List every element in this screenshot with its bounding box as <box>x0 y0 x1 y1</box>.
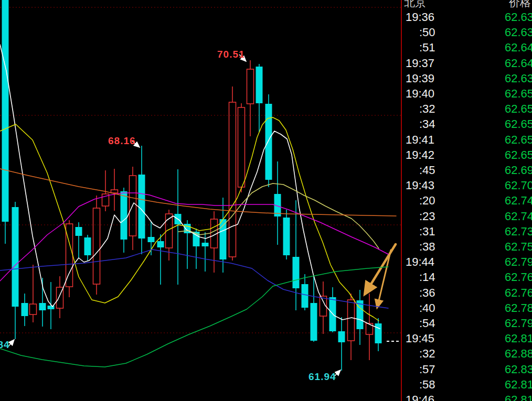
candle-down <box>76 227 82 236</box>
tick-price: 62.83 <box>505 362 532 377</box>
panel-header-price: 价格 <box>509 0 531 10</box>
tick-price: 62.69 <box>505 162 532 178</box>
tick-row[interactable]: :5162.64 <box>402 40 532 55</box>
tick-row[interactable]: :5462.79 <box>402 316 532 331</box>
tick-time: :14 <box>419 269 435 285</box>
tick-time: :32 <box>419 346 435 361</box>
tick-time: :34 <box>419 116 435 132</box>
tick-price: 62.65 <box>505 86 532 101</box>
panel-header-time: 北京 <box>404 0 426 10</box>
tick-time: :51 <box>419 40 435 55</box>
tick-price: 62.79 <box>505 316 532 331</box>
tick-row[interactable]: :5762.83 <box>402 362 532 377</box>
tick-time: 19:41 <box>406 132 434 147</box>
tick-row[interactable]: :3262.88 <box>402 346 532 361</box>
tick-row[interactable]: 19:3762.64 <box>402 56 532 71</box>
chart-canvas[interactable] <box>0 0 401 401</box>
tick-price: 62.65 <box>505 116 532 132</box>
price-annotation-label: 62.84 <box>0 339 10 351</box>
tick-row[interactable]: :1462.76 <box>402 269 532 285</box>
candle-down <box>338 331 345 342</box>
tick-time: :23 <box>419 209 435 224</box>
tick-row[interactable]: :5062.63 <box>402 25 532 40</box>
candle-up <box>93 208 100 284</box>
candle-down <box>157 241 164 247</box>
tick-row[interactable]: :3162.73 <box>402 224 532 239</box>
tick-time: :57 <box>419 362 435 377</box>
tick-row[interactable]: 19:4462.79 <box>402 254 532 269</box>
tick-price: 62.88 <box>505 346 532 361</box>
tick-price: 62.65 <box>505 132 532 147</box>
tick-time: 19:39 <box>406 71 434 86</box>
tick-row[interactable]: :5862.81 <box>402 377 532 392</box>
tick-time: :50 <box>419 25 435 40</box>
candle-down <box>375 323 382 343</box>
candle-down <box>2 0 9 222</box>
candle-down <box>283 218 290 255</box>
tick-price: 62.74 <box>505 209 532 224</box>
candle-down <box>202 243 209 246</box>
tick-row[interactable]: :2062.74 <box>402 193 532 208</box>
candle-down <box>12 207 19 307</box>
tick-row[interactable]: :3662.76 <box>402 285 532 300</box>
drawn-orange-arrow <box>377 250 391 307</box>
tick-row[interactable]: 19:4062.65 <box>402 86 532 101</box>
candle-up <box>348 300 355 341</box>
tick-price: 62.81 <box>505 377 532 392</box>
tick-price: 62.63 <box>505 9 532 25</box>
tick-price: 62.64 <box>505 56 532 71</box>
price-annotation-label: 68.16 <box>108 135 136 147</box>
tick-price: 62.73 <box>505 224 532 239</box>
tick-row[interactable]: 19:4662.81 <box>402 392 532 401</box>
candle-down <box>293 257 300 288</box>
candle-down <box>302 284 308 308</box>
candle-up <box>229 102 236 257</box>
tick-time: :58 <box>419 377 435 392</box>
tick-row[interactable]: 19:4562.81 <box>402 331 532 346</box>
candle-down <box>311 303 317 341</box>
tick-price: 62.76 <box>505 285 532 300</box>
tick-row[interactable]: 19:4362.70 <box>402 178 532 193</box>
tick-price: 62.76 <box>505 269 532 285</box>
candle-down <box>148 237 155 242</box>
tick-time: 19:37 <box>406 56 434 71</box>
tick-price: 62.70 <box>505 178 532 193</box>
tick-price: 62.79 <box>505 254 532 269</box>
candle-up <box>247 69 254 104</box>
tick-row[interactable]: :4062.78 <box>402 300 532 316</box>
candlestick-chart[interactable]: 70.5168.1661.9462.84 <box>0 0 401 401</box>
tick-time: :40 <box>419 300 435 316</box>
candles <box>2 0 382 371</box>
candle-up <box>30 304 37 315</box>
tick-row[interactable]: :4562.69 <box>402 162 532 178</box>
tick-time: 19:40 <box>406 86 434 101</box>
tick-time: :36 <box>419 285 435 300</box>
candle-down <box>22 303 28 316</box>
tick-price: 62.78 <box>505 300 532 316</box>
tick-time: :20 <box>419 193 435 208</box>
tick-price: 62.63 <box>505 71 532 86</box>
tick-price: 62.65 <box>505 101 532 116</box>
tick-time: :45 <box>419 162 435 178</box>
tick-row[interactable]: :2362.74 <box>402 209 532 224</box>
tick-row[interactable]: :3462.65 <box>402 116 532 132</box>
tick-row[interactable]: 19:3662.63 <box>402 9 532 25</box>
trading-terminal-window: 70.5168.1661.9462.84 北京 价格 19:3662.63:50… <box>0 0 532 401</box>
tick-time: 19:45 <box>406 331 434 346</box>
tick-row[interactable]: 19:3962.63 <box>402 71 532 86</box>
tick-row[interactable]: :3862.75 <box>402 239 532 254</box>
time-and-sales-panel: 北京 价格 19:3662.63:5062.63:5162.6419:3762.… <box>402 0 532 401</box>
tick-time: 19:44 <box>406 254 434 269</box>
candle-up <box>111 190 118 193</box>
tick-row[interactable]: 19:4162.65 <box>402 132 532 147</box>
candle-down <box>84 237 91 255</box>
moving-average-lines <box>0 45 396 367</box>
price-annotation-label: 61.94 <box>308 371 336 383</box>
tick-time: :32 <box>419 101 435 116</box>
tick-row[interactable]: 19:4262.65 <box>402 147 532 162</box>
tick-time: :38 <box>419 239 435 254</box>
candle-down <box>357 300 364 329</box>
candle-down <box>256 67 263 103</box>
tick-price: 62.64 <box>505 40 532 55</box>
tick-row[interactable]: :3262.65 <box>402 101 532 116</box>
